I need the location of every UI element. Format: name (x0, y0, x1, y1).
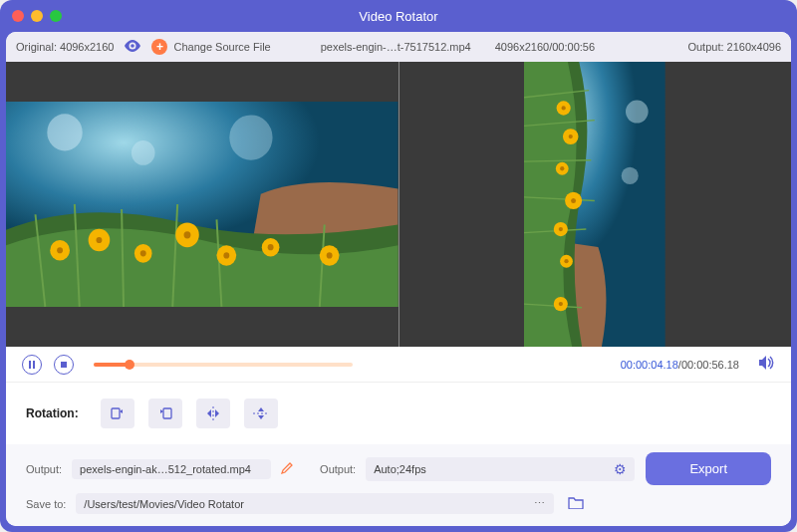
output-format-label: Output: (320, 463, 356, 475)
svg-rect-51 (112, 408, 120, 418)
svg-point-22 (223, 252, 229, 258)
export-button[interactable]: Export (646, 452, 771, 485)
browse-path-icon[interactable]: ⋯ (534, 497, 546, 510)
flip-vertical-button[interactable] (244, 399, 278, 428)
output-filename-value: pexels-engin-ak…512_rotated.mp4 (80, 463, 251, 475)
progress-thumb[interactable] (125, 360, 134, 370)
info-bar: Original: 4096x2160 + Change Source File… (6, 32, 791, 62)
plus-icon: + (151, 39, 167, 55)
svg-point-42 (569, 134, 573, 138)
window-title: Video Rotator (0, 9, 797, 24)
svg-point-41 (562, 106, 566, 110)
source-filename: pexels-engin-…t-7517512.mp4 (321, 41, 471, 53)
close-window-button[interactable] (12, 10, 24, 22)
svg-point-43 (561, 166, 565, 170)
save-to-label: Save to: (26, 498, 66, 510)
source-meta: 4096x2160/00:00:56 (495, 41, 595, 53)
progress-bar[interactable] (94, 363, 353, 367)
window-controls (12, 10, 62, 22)
pause-button[interactable] (22, 355, 42, 375)
svg-point-27 (622, 167, 639, 184)
output-format-value: Auto;24fps (374, 463, 426, 475)
svg-point-26 (626, 101, 649, 124)
output-format-field[interactable]: Auto;24fps ⚙ (366, 457, 635, 481)
change-source-label: Change Source File (173, 41, 270, 53)
current-time: 00:00:04.18 (621, 359, 678, 371)
rotate-left-button[interactable] (101, 399, 134, 428)
settings-gear-icon[interactable]: ⚙ (614, 461, 627, 477)
open-folder-icon[interactable] (568, 495, 584, 512)
total-duration: 00:00:56.18 (681, 359, 739, 371)
svg-point-21 (184, 231, 191, 238)
rotation-controls: Rotation: (6, 383, 791, 444)
svg-point-23 (268, 244, 274, 250)
playback-controls: 00:00:04.18/00:00:56.18 (6, 347, 791, 383)
preview-area (6, 62, 791, 347)
svg-point-19 (97, 237, 103, 243)
file-metadata: pexels-engin-…t-7517512.mp4 4096x2160/00… (321, 41, 595, 53)
fullscreen-window-button[interactable] (50, 10, 62, 22)
original-dimensions: Original: 4096x2160 (16, 41, 114, 53)
svg-rect-52 (163, 408, 171, 418)
output-filename-field[interactable]: pexels-engin-ak…512_rotated.mp4 (72, 459, 271, 479)
change-source-button[interactable]: + Change Source File (151, 39, 270, 55)
svg-point-4 (229, 115, 272, 159)
app-window: Video Rotator Original: 4096x2160 + Chan… (0, 0, 797, 532)
svg-point-3 (132, 140, 155, 165)
titlebar: Video Rotator (0, 0, 797, 32)
rotate-right-button[interactable] (148, 399, 182, 428)
svg-point-45 (559, 227, 563, 231)
minimize-window-button[interactable] (31, 10, 43, 22)
svg-point-47 (559, 302, 563, 306)
svg-point-24 (327, 252, 333, 258)
preview-toggle-icon[interactable] (124, 38, 141, 56)
svg-rect-49 (33, 361, 35, 369)
edit-filename-icon[interactable] (281, 461, 294, 476)
content-area: Original: 4096x2160 + Change Source File… (6, 32, 791, 526)
save-path-value: /Users/test/Movies/Video Rotator (84, 498, 244, 510)
svg-rect-50 (61, 362, 67, 368)
svg-point-18 (57, 247, 63, 253)
stop-button[interactable] (54, 355, 74, 375)
svg-point-0 (132, 44, 135, 48)
svg-point-2 (47, 114, 82, 150)
output-settings: Output: pexels-engin-ak…512_rotated.mp4 … (6, 444, 791, 526)
rotated-video-frame (524, 62, 665, 347)
output-dimensions: Output: 2160x4096 (687, 41, 781, 53)
rotated-preview (399, 62, 792, 347)
svg-point-20 (140, 250, 146, 256)
svg-point-44 (572, 198, 577, 203)
time-display: 00:00:04.18/00:00:56.18 (621, 359, 739, 371)
volume-icon[interactable] (759, 356, 775, 374)
original-preview (6, 62, 399, 347)
rotation-label: Rotation: (26, 406, 79, 420)
flip-horizontal-button[interactable] (196, 399, 230, 428)
original-video-frame (6, 102, 398, 307)
svg-rect-48 (29, 361, 31, 369)
output-filename-label: Output: (26, 463, 62, 475)
save-path-field[interactable]: /Users/test/Movies/Video Rotator ⋯ (76, 493, 554, 514)
svg-point-46 (565, 259, 569, 263)
